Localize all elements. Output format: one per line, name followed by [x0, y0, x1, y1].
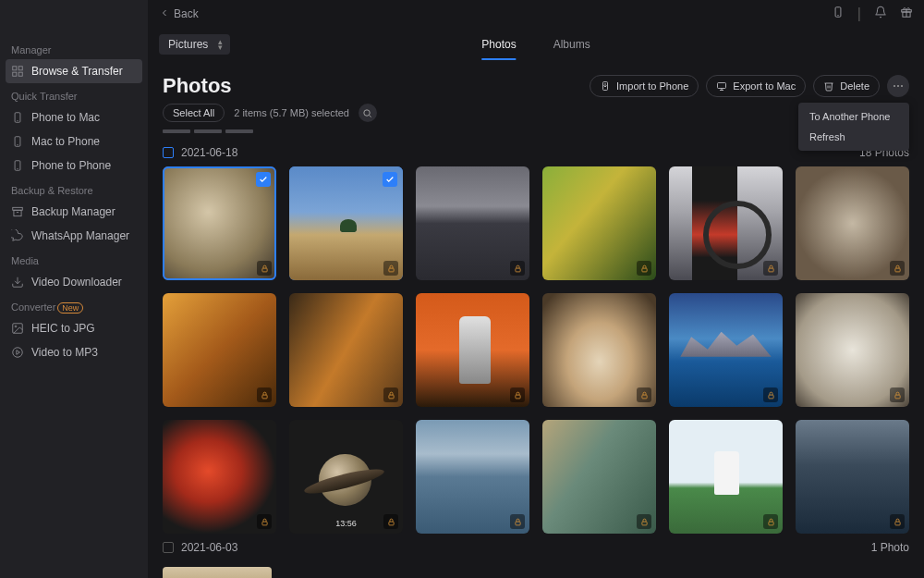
svg-rect-0 [13, 67, 17, 70]
back-button[interactable]: Back [159, 7, 199, 21]
delete-button[interactable]: Delete [813, 75, 880, 97]
photo-thumbnail[interactable] [796, 166, 909, 280]
photo-thumbnail[interactable] [542, 293, 656, 407]
header-row: Photos Import to Phone Export to Mac Del… [148, 61, 924, 104]
lock-icon [257, 514, 272, 529]
sidebar-item-mac-to-phone[interactable]: Mac to Phone [0, 129, 148, 154]
picker-value: Pictures [168, 38, 208, 51]
svg-rect-1 [18, 67, 22, 70]
photo-thumbnail[interactable] [416, 166, 529, 280]
photo-thumbnail[interactable] [416, 293, 529, 407]
lock-icon [637, 387, 651, 402]
photo-thumbnail[interactable] [163, 166, 276, 280]
device-icon[interactable] [832, 6, 845, 22]
sidebar-item-video-to-mp3[interactable]: Video to MP3 [0, 340, 148, 364]
photo-thumbnail[interactable] [542, 166, 656, 280]
more-button[interactable]: ⋯ [887, 75, 909, 97]
dropdown-to-another-phone[interactable]: To Another Phone [798, 106, 909, 127]
svg-rect-36 [768, 268, 772, 272]
device-icon [11, 111, 24, 124]
date-group-header[interactable]: 2021-06-031 Photo [163, 534, 909, 561]
svg-rect-48 [768, 522, 772, 525]
selected-text: 2 items (5.7 MB) selected [234, 107, 349, 118]
strip-thumb [225, 129, 253, 133]
group-checkbox[interactable] [163, 542, 174, 553]
lock-icon [383, 387, 398, 402]
image-icon [11, 322, 24, 335]
date-group-header[interactable]: 2021-06-1818 Photos [163, 139, 909, 166]
section-label: Manager [0, 37, 148, 59]
page-title: Photos [163, 74, 232, 98]
section-label: Media [0, 248, 148, 270]
svg-marker-17 [17, 350, 19, 355]
more-dropdown: To Another Phone Refresh [798, 103, 909, 151]
download-icon [11, 276, 24, 289]
tab-photos[interactable]: Photos [481, 31, 516, 58]
lock-icon [763, 514, 778, 529]
sidebar-item-phone-to-mac[interactable]: Phone to Mac [0, 105, 148, 129]
svg-rect-2 [13, 72, 17, 76]
photo-thumbnail[interactable] [289, 293, 403, 407]
svg-point-16 [13, 348, 23, 358]
svg-rect-43 [894, 395, 899, 399]
gift-icon[interactable] [900, 6, 913, 22]
photo-thumbnail[interactable] [163, 420, 276, 534]
photo-thumbnail[interactable] [542, 420, 656, 534]
svg-rect-44 [261, 522, 266, 525]
photo-thumbnail[interactable] [796, 293, 909, 407]
svg-rect-45 [388, 522, 393, 525]
caret-icon: ▴▾ [218, 39, 223, 50]
photo-thumbnail[interactable] [796, 420, 909, 534]
lock-icon [510, 261, 525, 276]
toolbar-icons: | [832, 6, 913, 22]
lock-icon [763, 387, 778, 402]
export-button[interactable]: Export to Mac [706, 75, 806, 97]
sidebar-item-label: Backup Manager [31, 205, 116, 218]
sidebar-item-backup-manager[interactable]: Backup Manager [0, 200, 148, 224]
section-label: Quick Transfer [0, 83, 148, 105]
archive-icon [11, 205, 24, 218]
lock-icon [257, 261, 272, 276]
device-icon [11, 159, 24, 172]
group-count: 1 Photo [871, 541, 909, 554]
svg-rect-40 [515, 395, 519, 399]
search-button[interactable] [359, 104, 377, 122]
photo-thumbnail[interactable] [416, 420, 529, 534]
section-label: ConverterNew [0, 294, 148, 316]
lock-icon [510, 387, 525, 402]
sidebar-item-video-downloader[interactable]: Video Downloader [0, 270, 148, 294]
bell-icon[interactable] [874, 6, 887, 22]
photo-thumbnail[interactable] [669, 420, 783, 534]
photo-thumbnail[interactable] [163, 293, 276, 407]
tab-albums[interactable]: Albums [553, 31, 590, 58]
photo-thumbnail[interactable] [669, 293, 783, 407]
svg-rect-46 [515, 522, 519, 525]
lock-icon [637, 514, 651, 529]
photo-thumbnail[interactable] [289, 166, 403, 280]
sidebar-item-heic-to-jpg[interactable]: HEIC to JPG [0, 316, 148, 340]
section-label: Backup & Restore [0, 178, 148, 200]
svg-point-30 [364, 109, 370, 115]
strip-thumb [163, 129, 190, 133]
lock-icon [383, 514, 398, 529]
photo-thumbnail[interactable] [163, 567, 272, 578]
folder-picker[interactable]: Pictures ▴▾ [159, 34, 230, 55]
photo-content: 2021-06-1818 Photos13:562021-06-031 Phot… [148, 139, 924, 578]
dropdown-refresh[interactable]: Refresh [798, 127, 909, 147]
divider-icon: | [857, 6, 861, 22]
sidebar-item-browse-transfer[interactable]: Browse & Transfer [6, 59, 142, 83]
svg-rect-25 [718, 83, 726, 89]
sidebar-item-label: Phone to Mac [31, 111, 100, 124]
import-button[interactable]: Import to Phone [590, 75, 699, 97]
sidebar-item-whatsapp-manager[interactable]: WhatsApp Manager [0, 224, 148, 248]
svg-rect-3 [18, 72, 22, 76]
check-icon [383, 172, 397, 187]
group-checkbox[interactable] [163, 147, 174, 158]
sidebar-item-phone-to-phone[interactable]: Phone to Phone [0, 154, 148, 178]
svg-rect-34 [515, 268, 519, 272]
photo-thumbnail[interactable]: 13:56 [289, 420, 403, 534]
select-all-button[interactable]: Select All [163, 104, 225, 122]
photo-thumbnail[interactable] [669, 166, 783, 280]
svg-rect-49 [894, 522, 899, 525]
svg-rect-42 [768, 395, 772, 399]
